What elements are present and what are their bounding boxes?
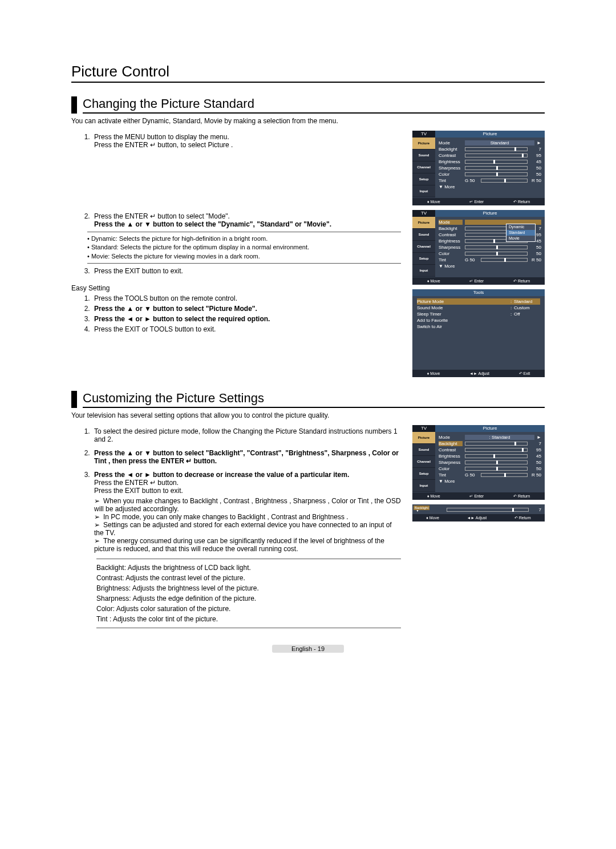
note: When you make changes to Backlight , Con… bbox=[94, 497, 401, 513]
mode-descriptions: • Dynamic: Selects the picture for high-… bbox=[87, 232, 401, 264]
osd-tab-sound: Sound bbox=[412, 149, 435, 161]
osd-row-value: 50 bbox=[530, 245, 541, 250]
osd-foot-return: ↶ Return bbox=[513, 279, 530, 284]
osd-foot-return: ↶ Return bbox=[513, 200, 530, 204]
osd-tab-input: Input bbox=[412, 265, 435, 277]
osd-row-value: 7 bbox=[530, 147, 541, 152]
osd-slider bbox=[465, 166, 528, 170]
osd-slider bbox=[465, 442, 528, 446]
osd-tv-label: TV bbox=[412, 210, 435, 217]
osd-row-label: Backlight bbox=[439, 147, 463, 152]
tools-foot-move: ♦ Move bbox=[427, 371, 440, 375]
osd-slider bbox=[481, 258, 528, 262]
mode-option: Dynamic bbox=[506, 224, 535, 230]
osd-foot-move: ♦ Move bbox=[427, 200, 440, 204]
osd-foot-enter: ↵ Enter bbox=[469, 494, 484, 499]
easy-step: Press the EXIT or TOOLS button to exit. bbox=[92, 325, 401, 333]
intro-text: You can activate either Dynamic, Standar… bbox=[71, 117, 545, 125]
osd-more: ▼ More bbox=[439, 264, 463, 269]
osd-tab-channel: Channel bbox=[412, 241, 435, 253]
osd-tab-channel: Channel bbox=[412, 456, 435, 468]
definition: Tint : Adjusts the color tint of the pic… bbox=[96, 614, 401, 624]
osd-row-label: Tint bbox=[439, 178, 463, 183]
osd-tab-picture: Picture bbox=[412, 432, 435, 444]
step: Press the MENU button to display the men… bbox=[92, 133, 401, 149]
osd-tint-r: R 50 bbox=[530, 257, 541, 262]
osd-tint-r: R 50 bbox=[530, 472, 541, 478]
osd-foot-enter: ↵ Enter bbox=[469, 200, 484, 204]
osd-tab-channel: Channel bbox=[412, 161, 435, 173]
easy-setting-header: Easy Setting bbox=[71, 284, 401, 292]
osd-tab-sound: Sound bbox=[412, 444, 435, 456]
mini-value: 7 bbox=[532, 507, 541, 512]
osd-row-label: Backlight bbox=[439, 226, 463, 231]
osd-mode-label: Mode bbox=[439, 435, 463, 440]
osd-tab-sound: Sound bbox=[412, 229, 435, 241]
mode-desc: • Movie: Selects the picture for viewing… bbox=[87, 252, 401, 261]
chevron-right-icon: ► bbox=[537, 140, 541, 145]
section-title-changing: Changing the Picture Standard bbox=[83, 96, 545, 114]
tools-row-value: Standard bbox=[514, 299, 540, 304]
mode-desc: • Dynamic: Selects the picture for high-… bbox=[87, 235, 401, 243]
osd-slider bbox=[465, 160, 528, 164]
osd-slider bbox=[465, 467, 528, 471]
tools-foot-adjust: ◄► Adjust bbox=[469, 371, 489, 375]
mini-foot-return: ↶ Return bbox=[514, 516, 531, 520]
section-title-customizing: Customizing the Picture Settings bbox=[83, 391, 545, 408]
osd-tv-label: TV bbox=[412, 131, 435, 138]
mini-slider bbox=[447, 508, 529, 512]
tools-row-label: Add to Favorite bbox=[417, 318, 510, 323]
osd-row-label: Brightness bbox=[439, 238, 463, 244]
section-bar bbox=[71, 391, 77, 408]
tools-row-label: Sound Mode bbox=[417, 305, 510, 310]
tools-row-label: Switch to Air bbox=[417, 324, 510, 329]
osd-slider bbox=[481, 473, 528, 477]
osd-row-label: Sharpness bbox=[439, 165, 463, 171]
tools-row-label: Picture Mode bbox=[417, 299, 510, 304]
step: Press the ENTER ↵ button to select "Mode… bbox=[92, 212, 401, 228]
intro-text: Your television has several setting opti… bbox=[71, 411, 545, 419]
page-footer: English - 19 bbox=[71, 645, 545, 652]
osd-foot-enter: ↵ Enter bbox=[469, 279, 484, 284]
definitions-box: Backlight: Adjusts the brightness of LCD… bbox=[96, 559, 401, 628]
mini-foot-adjust: ◄► Adjust bbox=[467, 516, 487, 520]
osd-mode-label: Mode bbox=[439, 220, 463, 225]
mode-option-selected: Standard bbox=[506, 230, 535, 236]
mini-foot-move: ♦ Move bbox=[426, 516, 439, 520]
step: To select the desired picture mode, foll… bbox=[92, 427, 401, 443]
osd-slider bbox=[465, 147, 528, 151]
osd-row-value: 50 bbox=[530, 466, 541, 471]
osd-backlight-adjust: ▲▼ Backlight 7 ♦ Move ◄► Adjust ↶ Return bbox=[412, 504, 545, 521]
osd-row-value: 7 bbox=[530, 441, 541, 446]
osd-row-value: 45 bbox=[530, 159, 541, 164]
osd-tv-label: TV bbox=[412, 425, 435, 432]
step-text: Press the MENU button to display the men… bbox=[94, 133, 229, 141]
osd-tab-picture: Picture bbox=[412, 138, 435, 149]
osd-slider bbox=[465, 245, 528, 249]
note: The energy consumed during use can be si… bbox=[94, 537, 401, 553]
osd-row-label: Color bbox=[439, 466, 463, 471]
definition: Color: Adjusts color saturation of the p… bbox=[96, 604, 401, 614]
osd-row-label: Tint bbox=[439, 257, 463, 262]
step-text: Press the EXIT button to exit. bbox=[94, 487, 183, 495]
easy-step: Press the ▲ or ▼ button to select "Pictu… bbox=[92, 305, 401, 313]
osd-tools-menu: Tools Picture Mode:Standard Sound Mode:C… bbox=[412, 289, 545, 377]
osd-slider bbox=[465, 252, 528, 256]
osd-tab-input: Input bbox=[412, 185, 435, 197]
osd-mode-value: : Standard bbox=[465, 435, 534, 440]
definition: Contrast: Adjusts the contrast level of … bbox=[96, 573, 401, 583]
osd-picture-menu: TV Picture Picture Sound Channel Setup I… bbox=[412, 131, 545, 205]
osd-slider bbox=[465, 454, 528, 458]
note: Settings can be adjusted and stored for … bbox=[94, 521, 401, 537]
osd-foot-move: ♦ Move bbox=[427, 494, 440, 498]
tools-row-label: Sleep Timer bbox=[417, 312, 510, 317]
osd-row-label: Tint bbox=[439, 472, 463, 478]
osd-foot-return: ↶ Return bbox=[513, 494, 530, 499]
osd-tab-setup: Setup bbox=[412, 253, 435, 265]
osd-row-label: Color bbox=[439, 251, 463, 256]
step: Press the ◄ or ► button to decrease or i… bbox=[92, 471, 401, 495]
osd-row-label: Brightness bbox=[439, 454, 463, 459]
osd-row-value: 95 bbox=[530, 447, 541, 452]
osd-tab-setup: Setup bbox=[412, 468, 435, 480]
note: In PC mode, you can only make changes to… bbox=[94, 513, 401, 521]
